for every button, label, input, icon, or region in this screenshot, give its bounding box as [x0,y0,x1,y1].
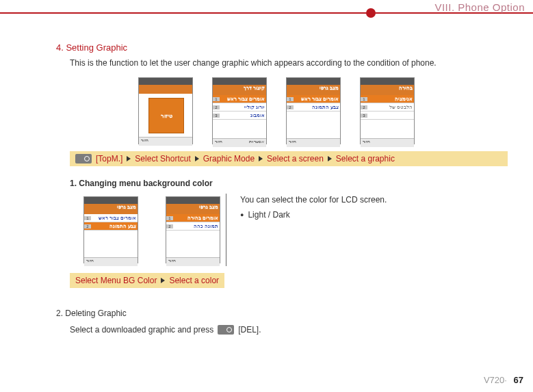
body-text: Select a downloaded graphic and press [70,325,213,335]
breadcrumb-step: Select a graphic [336,154,395,164]
breadcrumb-step: Graphic Mode [203,154,255,164]
arrow-right-icon [127,156,131,161]
phone-screen: מצב גרפי 1אומרים צבור ראש 2צבע התמונה חז… [286,77,341,144]
screenshot-pair: מצב גרפי 1אומרים צבור ראש 2צבע התמונה חז… [70,194,226,266]
screen-title: קיצור דרך [213,85,266,95]
phone-screen: מצב גרפי 1אומרים צבור ראש 2צבע התמונה חז… [83,196,138,263]
softkey-left: חזור [86,258,94,266]
header-node-icon [366,8,376,18]
list-item: אנימציה [369,96,414,102]
key-icon [75,154,92,164]
breadcrumb-step: Select Menu BG Color [75,276,157,285]
bullet-item: Light / Dark [240,210,387,220]
phone-screen: טיזור חזור [138,77,193,144]
screenshot-row: טיזור חזור קיצור דרך 1אומרים צבור ראש 2י… [138,77,508,144]
breadcrumb: [TopM.] Select Shortcut Graphic Mode Sel… [70,151,508,166]
body-text: [DEL]. [238,325,261,335]
subsection-title: 2. Deleting Graphic [56,309,508,318]
arrow-right-icon [195,156,199,161]
softkey-left: חזור [168,258,176,266]
list-item: אומבונ [221,113,266,118]
arrow-right-icon [161,278,165,283]
chapter-title: VIII. Phone Option [434,1,525,13]
menu-tile-icon: טיזור [148,98,184,133]
list-item: צבע התמונה [92,224,138,229]
phone-screen: מצב גרפי 1אומרים בהירה 2תמונה כהה חזור [166,196,220,263]
list-item: אומרים צבור ראש [221,96,266,102]
phone-screen: קיצור דרך 1אומרים צבור ראש 2יורוג קוליי … [212,77,267,144]
breadcrumb: Select Menu BG Color Select a color [70,273,224,288]
list-item: אומרים צבור ראש [295,96,340,102]
screen-title: מצב גרפי [166,204,220,214]
breadcrumb-step: Select a screen [267,154,324,164]
phone-screen: בחירה 1אנימציה 2הלבטס של 3 חזור [360,77,415,144]
page-number: 67 [514,375,523,385]
screen-title: מצב גרפי [84,204,138,214]
subsection-title: 1. Changing menu background color [70,179,508,188]
section-title: 4. Setting Graphic [56,42,508,53]
screen-title: מצב גרפי [287,85,340,95]
softkey-right: אפשרוית [249,139,264,147]
breadcrumb-step: Select Shortcut [135,154,190,164]
breadcrumb-step: [TopM.] [96,154,122,164]
list-item: הלבטס של [369,105,414,110]
list-item: תמונה כהה [174,224,220,229]
arrow-right-icon [259,156,263,161]
softkey-left: חזור [215,139,222,147]
softkey-left: חזור [363,139,370,147]
model-label: V720· [484,375,507,385]
section-intro: This is the function to let the user cha… [70,58,508,68]
softkey-left: חזור [141,138,148,146]
screen-title: בחירה [361,85,414,95]
key-icon [218,325,234,335]
list-item: צבע התמונה [295,105,340,110]
softkey-left: חזור [289,139,296,147]
arrow-right-icon [328,156,332,161]
subsection-desc: You can select the color for LCD screen. [240,195,387,205]
list-item: אומרים צבור ראש [92,215,138,221]
list-item: יורוג קוליי [221,105,266,110]
menu-tile-label: טיזור [161,113,172,119]
breadcrumb-step: Select a color [169,276,219,285]
footer: V720· 67 [484,375,523,385]
list-item: אומרים בהירה [174,215,220,221]
